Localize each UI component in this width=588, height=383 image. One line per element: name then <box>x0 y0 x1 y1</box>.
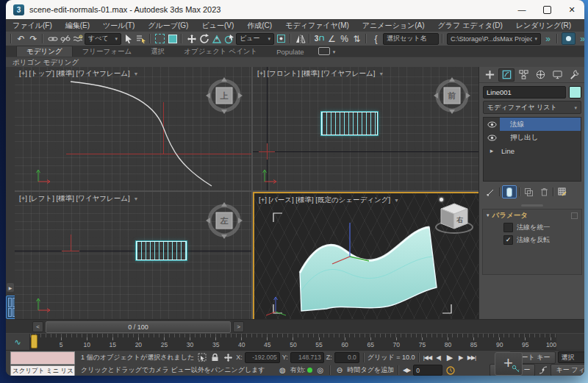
maxscript-mini-listener[interactable]: スクリプト ミニ リス <box>6 351 75 376</box>
viewport-label[interactable]: [+] [レフト] [標準] [ワイヤフレーム] ▼ <box>19 194 139 204</box>
undo-button[interactable]: ↶ <box>15 33 26 45</box>
viewport-label[interactable]: [+] [パース] [標準] [既定のシェーディング] ▼ <box>259 196 399 205</box>
time-slider-handle[interactable]: 0 / 100 <box>46 321 231 333</box>
menu-item[interactable]: レンダリング(R) <box>509 19 578 32</box>
viewport-label[interactable]: [+] [フロント] [標準] [ワイヤフレーム] ▼ <box>257 69 384 79</box>
configure-modifier-sets-icon[interactable] <box>556 186 569 198</box>
ribbon-tab[interactable]: オブジェクト ペイント <box>174 46 267 57</box>
ribbon-tab[interactable]: フリーフォーム <box>73 46 142 57</box>
reference-coordinate-dropdown[interactable]: ビュー▾ <box>236 33 274 45</box>
flip-normals-checkbox[interactable]: ✓ <box>503 235 513 245</box>
tab-hierarchy-icon[interactable] <box>515 68 531 82</box>
z-coordinate-field[interactable]: 0.0 <box>334 352 359 363</box>
select-and-move-button[interactable] <box>186 33 197 45</box>
record-ring-icon[interactable]: ◎ <box>315 365 326 376</box>
next-key-button[interactable]: |▶ <box>456 352 465 362</box>
tab-modify-icon[interactable] <box>498 68 514 82</box>
viewport-left[interactable]: [+] [レフト] [標準] [ワイヤフレーム] ▼ 左 <box>15 192 251 319</box>
toolbar-overflow-button[interactable]: » <box>542 33 553 45</box>
go-to-end-button[interactable]: ▶▶| <box>467 352 476 362</box>
percent-snap-button[interactable]: % <box>339 33 350 45</box>
viewport-perspective-active[interactable]: [+] [パース] [標準] [既定のシェーディング] ▼ <box>253 192 481 322</box>
expand-arrow-icon[interactable]: ▸ <box>484 147 500 154</box>
key-mode-dropdown[interactable]: 選択 ▾ <box>558 351 584 363</box>
time-slider-marker[interactable] <box>31 334 37 348</box>
modifier-list-dropdown[interactable]: モディファイヤ リスト ▾ <box>483 101 581 114</box>
viewport-divider-vertical[interactable] <box>251 67 253 319</box>
add-time-tag[interactable]: 時間タグを追加 <box>347 365 394 375</box>
show-end-result-button[interactable] <box>502 185 517 198</box>
snaps-toggle-button[interactable]: 3 <box>314 33 325 45</box>
project-folder-dropdown[interactable]: C:\Storage\P...dsMax Project▾ <box>447 33 541 45</box>
angle-snap-button[interactable]: ∠ <box>326 33 337 45</box>
render-setup-button[interactable] <box>562 33 576 45</box>
previous-frame-button[interactable]: < <box>32 321 43 332</box>
select-and-rotate-button[interactable] <box>198 33 209 45</box>
spinner-snap-button[interactable]: ⇅ <box>351 33 362 45</box>
visibility-eye-icon[interactable] <box>484 121 500 128</box>
maximize-button[interactable] <box>534 0 559 19</box>
redo-button[interactable]: ↷ <box>28 33 39 45</box>
key-filters-button[interactable]: キー フィルタ... <box>551 364 584 376</box>
object-name-field[interactable]: Line001 <box>483 86 566 99</box>
ribbon-tab[interactable]: 選択 <box>141 46 174 57</box>
selection-filter-dropdown[interactable]: すべて▾ <box>85 33 121 45</box>
menu-item[interactable]: グループ(G) <box>141 19 195 32</box>
ribbon-config-icon[interactable] <box>318 47 330 55</box>
x-coordinate-field[interactable]: -192.005 <box>245 352 280 363</box>
isolate-selection-icon[interactable] <box>196 352 207 362</box>
remove-modifier-icon[interactable] <box>537 186 551 198</box>
frame-nudge-icon[interactable]: ◀▶ <box>402 365 411 376</box>
remove-time-tag-icon[interactable]: ⊖ <box>334 365 345 376</box>
rail-expand-button[interactable]: ▶ <box>7 283 14 292</box>
previous-key-button[interactable]: ◀| <box>434 352 442 362</box>
rollout-pin-icon[interactable] <box>571 212 578 219</box>
unlink-button[interactable] <box>60 33 71 45</box>
mirror-button[interactable] <box>295 33 306 45</box>
selected-object-wireframe[interactable] <box>136 241 187 260</box>
tab-utilities-icon[interactable] <box>566 68 582 82</box>
menu-item[interactable]: グラフ エディタ(D) <box>431 19 509 32</box>
viewcube-front[interactable]: 前 <box>432 76 472 115</box>
selection-lock-icon[interactable] <box>209 352 220 362</box>
select-and-place-button[interactable] <box>223 33 234 45</box>
viewcube-left[interactable]: 左 <box>204 201 244 240</box>
degradation-sphere-icon[interactable]: ◍ <box>277 365 288 376</box>
selected-object-wireframe[interactable] <box>321 112 378 135</box>
default-in-out-tangent-icon[interactable] <box>537 365 548 376</box>
viewport-label[interactable]: [+] [トップ] [標準] [ワイヤフレーム] ▼ <box>19 69 139 79</box>
close-button[interactable]: ✕ <box>559 0 584 19</box>
menu-item[interactable]: ビュー(V) <box>195 19 240 32</box>
tab-create-icon[interactable] <box>481 68 498 82</box>
stack-item-line[interactable]: ▸ Line <box>484 144 581 157</box>
rectangular-selection-region-button[interactable] <box>154 33 165 45</box>
stack-item-normal[interactable]: 法線 <box>484 118 581 131</box>
macro-recorder-field[interactable] <box>10 351 75 365</box>
viewport-top[interactable]: [+] [トップ] [標準] [ワイヤフレーム] ▼ 上 <box>15 67 251 190</box>
menu-item[interactable]: ファイル(F) <box>6 19 59 32</box>
menu-item[interactable]: アニメーション(A) <box>356 19 431 32</box>
unify-normals-row[interactable]: 法線を統一 <box>483 221 581 234</box>
select-by-name-button[interactable] <box>135 33 146 45</box>
bind-to-spacewarp-button[interactable] <box>72 33 83 45</box>
tab-display-icon[interactable] <box>549 68 565 82</box>
timeline-ruler[interactable]: 0510152025303540455055606570758085909510… <box>30 334 556 351</box>
flip-normals-row[interactable]: ✓ 法線を反転 <box>483 234 581 246</box>
menu-item[interactable]: モディファイヤ(M) <box>279 19 356 32</box>
viewport-filter-icon[interactable]: ▼ <box>134 196 139 201</box>
panel-splitter[interactable] <box>479 202 584 209</box>
rollout-header[interactable]: ▾ パラメータ <box>483 210 581 221</box>
play-button[interactable]: ▶ <box>445 352 453 362</box>
viewport-filter-icon[interactable]: ▼ <box>394 198 399 203</box>
use-pivot-center-button[interactable] <box>276 33 287 45</box>
absolute-offset-toggle-icon[interactable] <box>223 352 234 362</box>
set-key-big-button[interactable]: + <box>495 352 523 376</box>
menu-item[interactable]: 作成(C) <box>240 19 279 32</box>
pin-stack-icon[interactable] <box>484 186 497 198</box>
minimize-button[interactable]: — <box>509 0 534 19</box>
menu-item[interactable]: » <box>578 19 584 32</box>
time-configuration-icon[interactable] <box>445 365 456 376</box>
link-button[interactable] <box>47 33 58 45</box>
viewport-filter-icon[interactable]: ▼ <box>134 71 139 76</box>
ribbon-tab[interactable]: Populate <box>267 46 314 57</box>
